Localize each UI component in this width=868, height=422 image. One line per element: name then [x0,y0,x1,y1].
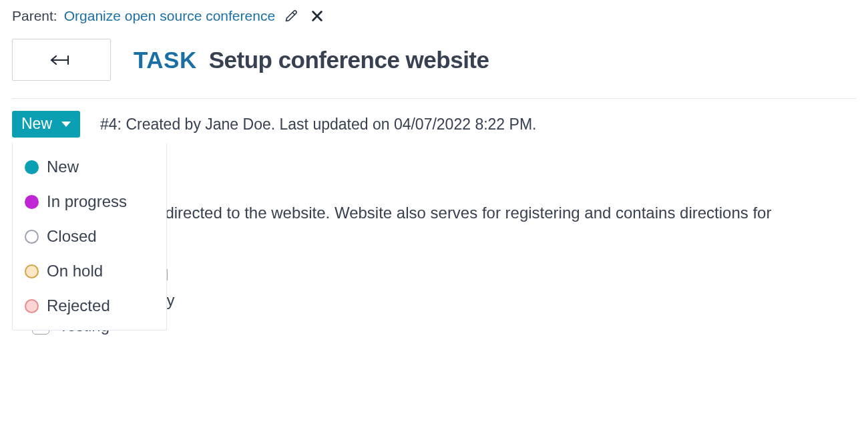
page-title: Setup conference website [209,47,489,73]
parent-label: Parent: [12,8,57,24]
status-option-label: In progress [47,192,127,211]
edit-icon[interactable] [284,9,298,23]
status-option-rejected[interactable]: Rejected [13,288,166,323]
record-type-label: TASK [134,47,197,73]
status-option-label: Rejected [47,296,110,315]
status-dot-icon [25,230,39,244]
chevron-down-icon [61,122,71,127]
status-option-label: On hold [47,262,103,280]
close-icon[interactable] [310,9,324,23]
breadcrumb-parent: Parent: Organize open source conference [12,8,856,24]
parent-link[interactable]: Organize open source conference [64,8,275,24]
status-dropdown-button[interactable]: New [12,111,80,138]
back-button[interactable] [12,39,111,81]
status-option-label: New [47,158,79,176]
status-dot-icon [25,195,39,209]
svg-line-0 [292,13,294,15]
divider [12,98,856,99]
status-dot-icon [25,160,39,174]
status-option-closed[interactable]: Closed [13,219,166,254]
status-option-on-hold[interactable]: On hold [13,254,166,288]
status-option-in-progress[interactable]: In progress [13,184,166,219]
record-meta: #4: Created by Jane Doe. Last updated on… [100,116,536,134]
status-option-new[interactable]: New [13,150,166,184]
status-option-label: Closed [47,227,97,246]
status-current-label: New [21,115,52,133]
status-dot-icon [25,264,39,278]
status-dropdown-menu: NewIn progressClosedOn holdRejected [12,143,167,331]
status-dot-icon [25,299,39,313]
